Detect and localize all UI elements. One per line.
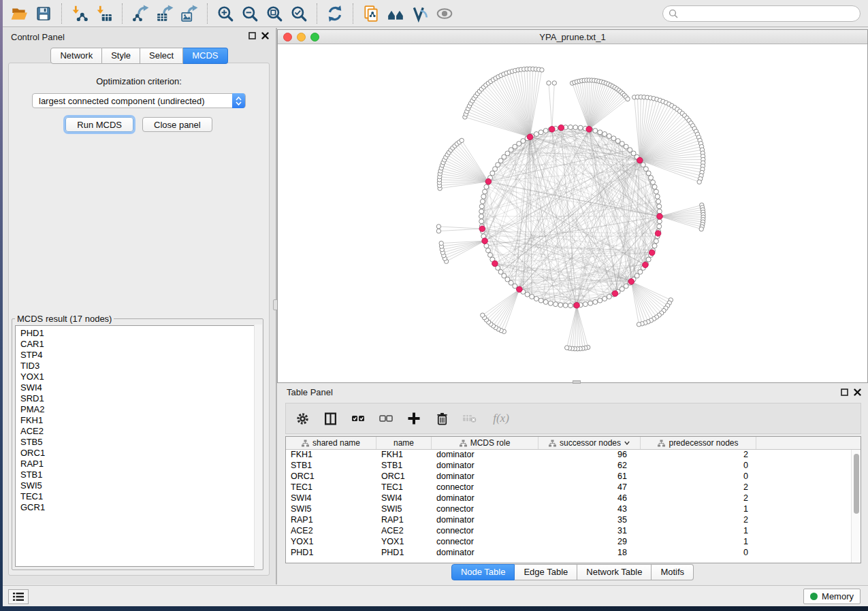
close-panel-icon[interactable] — [261, 32, 269, 39]
cell-successor-nodes: 47 — [539, 482, 641, 493]
mcds-result-item[interactable]: ORC1 — [20, 448, 259, 459]
select-all-button[interactable] — [350, 410, 366, 427]
tab-node-table[interactable]: Node Table — [451, 564, 515, 580]
zoom-fit-button[interactable] — [264, 3, 285, 24]
mcds-result-item[interactable]: PHD1 — [20, 328, 259, 339]
mcds-result-item[interactable]: TEC1 — [20, 491, 259, 502]
search-input[interactable] — [679, 7, 860, 20]
column-header-successor-nodes[interactable]: successor nodes — [539, 437, 641, 449]
mcds-hub-node — [485, 179, 492, 185]
zoom-selected-icon — [290, 5, 308, 22]
cell-name: FKH1 — [376, 450, 432, 461]
task-history-button[interactable] — [8, 589, 29, 604]
zoom-selected-button[interactable] — [289, 3, 309, 24]
column-header-MCDS-role[interactable]: MCDS role — [432, 437, 539, 449]
table-row[interactable]: STB1STB1dominator620 — [286, 461, 861, 472]
mcds-result-item[interactable]: FKH1 — [20, 415, 259, 426]
import-table-button[interactable] — [94, 3, 114, 24]
float-panel-icon[interactable] — [248, 32, 256, 39]
open-session-button[interactable] — [9, 3, 29, 24]
mcds-result-item[interactable]: RAP1 — [20, 459, 259, 469]
delete-column-button[interactable] — [434, 410, 450, 427]
run-mcds-button[interactable]: Run MCDS — [65, 117, 133, 132]
refresh-view-button[interactable] — [325, 3, 345, 24]
cell-shared-name: STB1 — [286, 461, 376, 472]
mcds-result-item[interactable]: TID3 — [20, 361, 259, 371]
add-column-button[interactable] — [406, 410, 422, 427]
cell-name: SWI5 — [376, 504, 432, 515]
mcds-result-item[interactable]: SRD1 — [20, 393, 259, 404]
float-panel-icon[interactable] — [841, 389, 848, 396]
column-header-label: MCDS role — [470, 438, 511, 448]
function-builder-button[interactable]: f(x) — [489, 410, 513, 427]
cell-predecessor-nodes: 2 — [641, 515, 756, 526]
table-scrollbar[interactable] — [851, 450, 861, 563]
table-scrollbar-thumb[interactable] — [854, 454, 859, 514]
tab-style[interactable]: Style — [102, 48, 140, 64]
tab-edge-table[interactable]: Edge Table — [515, 564, 577, 580]
memory-button[interactable]: Memory — [803, 589, 861, 604]
export-network-button[interactable] — [130, 3, 150, 24]
mcds-result-item[interactable]: ACE2 — [20, 426, 259, 437]
tab-network-table[interactable]: Network Table — [577, 564, 652, 580]
save-session-button[interactable] — [33, 3, 54, 24]
tab-network[interactable]: Network — [50, 48, 102, 64]
result-list-scrollbar[interactable] — [254, 325, 262, 569]
mcds-result-item[interactable]: STP4 — [20, 350, 259, 361]
mcds-result-item[interactable]: CAR1 — [20, 339, 259, 350]
share-network-document-button[interactable] — [361, 3, 381, 24]
mcds-hub-node — [612, 291, 618, 297]
mcds-result-item[interactable]: SWI4 — [20, 382, 259, 393]
tab-motifs[interactable]: Motifs — [652, 564, 694, 580]
column-header-name[interactable]: name — [376, 437, 432, 449]
export-table-button[interactable] — [155, 3, 175, 24]
mcds-hub-node — [657, 214, 663, 220]
mcds-result-item[interactable]: STB1 — [20, 469, 259, 480]
table-row[interactable]: ACE2ACE2connector311 — [286, 526, 861, 537]
close-panel-icon[interactable] — [854, 389, 861, 396]
column-header-predecessor-nodes[interactable]: predecessor nodes — [641, 437, 756, 449]
toolbar-separator — [317, 3, 317, 24]
table-row[interactable]: SWI4SWI4dominator462 — [286, 493, 861, 504]
optimization-criterion-select[interactable]: largest connected component (undirected) — [32, 93, 246, 108]
shared-column-icon — [549, 440, 556, 447]
column-header-shared-name[interactable]: shared name — [286, 437, 376, 449]
open-folder-icon — [10, 5, 28, 22]
dropdown-stepper-icon — [232, 93, 245, 108]
tab-mcds[interactable]: MCDS — [183, 48, 227, 64]
table-panel-titlebar: Table Panel — [277, 384, 868, 400]
mcds-hub-node — [517, 286, 523, 293]
delete-table-icon — [462, 410, 478, 427]
vizmapper-icon — [411, 5, 429, 22]
mcds-result-list[interactable]: PHD1CAR1STP4TID3YOX1SWI4SRD1PMA2FKH1ACE2… — [15, 325, 260, 567]
zoom-out-button[interactable] — [240, 3, 260, 24]
mcds-result-item[interactable]: YOX1 — [20, 371, 259, 382]
column-layout-button[interactable] — [322, 410, 338, 427]
close-panel-button[interactable]: Close panel — [142, 117, 212, 132]
deselect-all-button[interactable] — [378, 410, 394, 427]
cell-MCDS-role: dominator — [432, 515, 539, 526]
import-network-button[interactable] — [69, 3, 90, 24]
cell-predecessor-nodes: 2 — [641, 450, 756, 461]
hide-panel-button[interactable] — [434, 3, 455, 24]
table-row[interactable]: YOX1YOX1connector291 — [286, 537, 861, 548]
network-canvas[interactable] — [278, 44, 867, 382]
table-row[interactable]: RAP1RAP1dominator352 — [286, 515, 861, 526]
mcds-result-item[interactable]: STB5 — [20, 437, 259, 448]
table-settings-button[interactable] — [294, 410, 310, 427]
tab-select[interactable]: Select — [140, 48, 183, 64]
table-row[interactable]: ORC1ORC1dominator610 — [286, 472, 861, 482]
mcds-result-item[interactable]: PMA2 — [20, 404, 259, 415]
delete-table-button[interactable] — [462, 410, 478, 427]
table-row[interactable]: TEC1TEC1connector472 — [286, 482, 861, 493]
search-window-button[interactable] — [385, 3, 406, 24]
table-row[interactable]: SWI5SWI5connector431 — [286, 504, 861, 515]
vizmapper-button[interactable] — [410, 3, 430, 24]
table-row[interactable]: FKH1FKH1dominator962 — [286, 450, 861, 461]
zoom-in-button[interactable] — [215, 3, 236, 24]
mcds-result-item[interactable]: SWI5 — [20, 480, 259, 491]
memory-label: Memory — [822, 591, 854, 601]
mcds-result-item[interactable]: GCR1 — [20, 502, 259, 513]
export-image-button[interactable] — [179, 3, 199, 24]
table-row[interactable]: PHD1PHD1dominator180 — [286, 548, 861, 559]
